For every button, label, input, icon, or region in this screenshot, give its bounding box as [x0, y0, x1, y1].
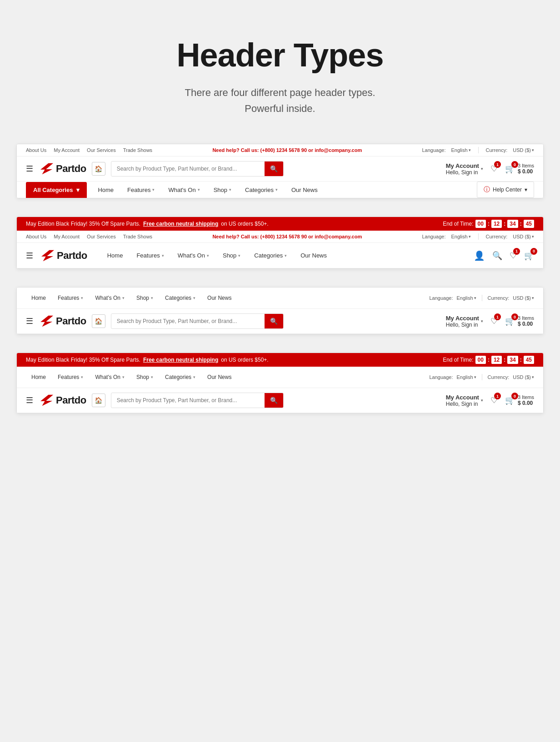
- nav-features-4[interactable]: Features▾: [52, 370, 89, 384]
- garage-icon-3[interactable]: 🏠: [92, 314, 105, 328]
- wishlist-icon-btn[interactable]: ♡ 1: [510, 251, 517, 261]
- our-services-link-2[interactable]: Our Services: [87, 234, 116, 239]
- promo-bar-2: May Edition Black Friday! 35% Off Spare …: [17, 217, 543, 231]
- nav-inline-2: Home Features▾ What's On▾ Shop▾ Categori…: [101, 247, 333, 263]
- nav-bar-1: All Categories ▾ Home Features▾ What's O…: [17, 182, 543, 198]
- nav-whats-on-4[interactable]: What's On▾: [90, 370, 130, 384]
- nav-categories-4[interactable]: Categories▾: [160, 370, 201, 384]
- nav-whats-on-3[interactable]: What's On▾: [90, 291, 130, 305]
- logo-2[interactable]: Partdo: [41, 249, 87, 262]
- logo-1[interactable]: Partdo: [40, 162, 86, 175]
- nav-categories-3[interactable]: Categories▾: [160, 291, 201, 305]
- nav-shop-4[interactable]: Shop▾: [131, 370, 159, 384]
- top-nav-right-3: Language: English ▾ Currency: USD ($) ▾: [430, 295, 535, 301]
- cart-badge-3: 0: [511, 313, 518, 320]
- wishlist-btn-1[interactable]: ♡ 1: [490, 164, 498, 174]
- my-account-link[interactable]: My Account: [54, 147, 80, 153]
- logo-3[interactable]: Partdo: [40, 315, 86, 328]
- currency-chevron: ▾: [532, 148, 534, 152]
- nav-home-3[interactable]: Home: [26, 291, 51, 305]
- about-us-link[interactable]: About Us: [26, 147, 46, 153]
- user-icon-btn[interactable]: 👤: [474, 250, 485, 261]
- trade-shows-link[interactable]: Trade Shows: [123, 147, 152, 153]
- language-chevron-4: ▾: [474, 375, 476, 379]
- our-services-link[interactable]: Our Services: [87, 147, 116, 153]
- nav-shop-2[interactable]: Shop▾: [216, 247, 247, 263]
- hamburger-icon-2[interactable]: ☰: [26, 251, 33, 261]
- utility-phone: Need help? Call us: (+800) 1234 5678 90 …: [212, 147, 362, 153]
- nav-our-news-4[interactable]: Our News: [202, 370, 237, 384]
- wishlist-btn-4[interactable]: ♡ 1: [490, 395, 498, 405]
- categories-btn-1[interactable]: All Categories ▾: [26, 182, 87, 198]
- utility-bar-2: About Us My Account Our Services Trade S…: [17, 231, 543, 243]
- currency-chevron-4: ▾: [532, 375, 534, 379]
- nav-features[interactable]: Features▾: [121, 182, 161, 198]
- cart-area-4[interactable]: 🛒 0 3 Items $ 0.00: [505, 394, 534, 406]
- header-actions-4: My Account Hello, Sign in ▾ ♡ 1 🛒 0 3 It…: [446, 394, 534, 407]
- nav-features-2[interactable]: Features▾: [130, 247, 170, 263]
- nav-categories-2[interactable]: Categories▾: [248, 247, 293, 263]
- nav-links-1: Home Features▾ What's On▾ Shop▾ Categori…: [91, 182, 324, 198]
- currency-chevron-3: ▾: [532, 296, 534, 300]
- nav-whats-on[interactable]: What's On▾: [162, 182, 206, 198]
- nav-our-news-2[interactable]: Our News: [294, 247, 333, 263]
- shop-arrow-4: ▾: [151, 375, 153, 379]
- my-account-link-2[interactable]: My Account: [54, 234, 80, 239]
- language-chevron: ▾: [469, 148, 471, 152]
- search-button-1[interactable]: 🔍: [265, 162, 283, 176]
- search-button-4[interactable]: 🔍: [265, 393, 283, 408]
- search-icon-btn[interactable]: 🔍: [492, 251, 502, 261]
- whatson-arrow-2: ▾: [207, 253, 209, 258]
- shop-arrow-3: ▾: [151, 296, 153, 300]
- account-chevron-4: ▾: [481, 398, 483, 403]
- cart-area-3[interactable]: 🛒 0 3 Items $ 0.00: [505, 315, 534, 327]
- account-area-4[interactable]: My Account Hello, Sign in ▾: [446, 394, 483, 407]
- hamburger-icon-4[interactable]: ☰: [26, 395, 33, 405]
- account-area-1[interactable]: My Account Hello, Sign in ▾: [446, 162, 483, 176]
- svg-marker-2: [40, 316, 53, 327]
- trade-shows-link-2[interactable]: Trade Shows: [123, 234, 152, 239]
- promo-link-4[interactable]: Free carbon neutral shipping: [143, 357, 218, 363]
- search-bar-4: 🔍: [111, 393, 284, 408]
- svg-marker-3: [40, 395, 53, 406]
- categories-arrow-3: ▾: [193, 296, 195, 300]
- search-input-1[interactable]: [111, 162, 265, 176]
- nav-home[interactable]: Home: [91, 182, 120, 198]
- hamburger-icon-3[interactable]: ☰: [26, 316, 33, 326]
- logo-4[interactable]: Partdo: [40, 394, 86, 407]
- hamburger-icon[interactable]: ☰: [26, 164, 33, 174]
- nav-categories[interactable]: Categories▾: [239, 182, 284, 198]
- nav-whats-on-2[interactable]: What's On▾: [171, 247, 215, 263]
- utility-phone-2: Need help? Call us: (+800) 1234 5678 90 …: [212, 234, 362, 239]
- garage-icon[interactable]: 🏠: [92, 162, 105, 176]
- account-text-3: My Account Hello, Sign in: [446, 315, 479, 328]
- search-input-4[interactable]: [111, 394, 265, 407]
- wishlist-btn-3[interactable]: ♡ 1: [490, 316, 498, 326]
- search-input-3[interactable]: [111, 314, 265, 328]
- shop-arrow: ▾: [229, 187, 231, 192]
- nav-shop-3[interactable]: Shop▾: [131, 291, 159, 305]
- nav-our-news[interactable]: Our News: [285, 182, 324, 198]
- nav-home-2[interactable]: Home: [101, 247, 130, 263]
- utility-bar-1: About Us My Account Our Services Trade S…: [17, 144, 543, 156]
- search-button-3[interactable]: 🔍: [265, 314, 283, 328]
- features-arrow-2: ▾: [162, 253, 164, 258]
- nav-shop[interactable]: Shop▾: [207, 182, 238, 198]
- help-center-arrow: ▾: [525, 187, 527, 193]
- logo-bolt-icon-4: [40, 394, 53, 407]
- language-chevron-3: ▾: [474, 296, 476, 300]
- search-bar-3: 🔍: [111, 313, 284, 329]
- nav-our-news-3[interactable]: Our News: [202, 291, 237, 305]
- nav-home-4[interactable]: Home: [26, 370, 51, 384]
- garage-icon-4[interactable]: 🏠: [92, 394, 105, 407]
- cart-icon-4: 🛒 0: [505, 395, 515, 405]
- cart-icon-btn[interactable]: 🛒 0: [524, 251, 534, 261]
- whatson-arrow-4: ▾: [122, 375, 125, 379]
- account-area-3[interactable]: My Account Hello, Sign in ▾: [446, 315, 483, 328]
- help-center-btn[interactable]: ⓘ Help Center ▾: [477, 182, 534, 198]
- about-us-link-2[interactable]: About Us: [26, 234, 46, 239]
- promo-link[interactable]: Free carbon neutral shipping: [143, 221, 218, 227]
- wishlist-badge-2: 1: [513, 248, 520, 255]
- cart-area-1[interactable]: 🛒 0 3 Items $ 0.00: [505, 163, 534, 175]
- nav-features-3[interactable]: Features▾: [52, 291, 89, 305]
